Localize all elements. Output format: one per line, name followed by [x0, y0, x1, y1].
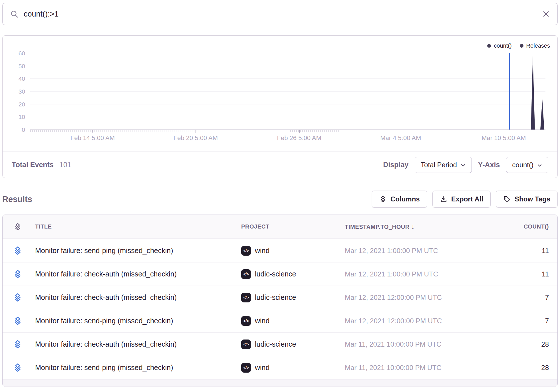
- y-axis-tick: 30: [10, 88, 25, 95]
- project-name: ludic-science: [255, 293, 296, 302]
- total-events-label: Total Events: [12, 161, 54, 169]
- row-project[interactable]: </>wind: [241, 246, 345, 256]
- row-count: 7: [485, 317, 557, 325]
- row-count: 28: [485, 340, 557, 348]
- sort-desc-icon: ↓: [411, 223, 415, 230]
- x-axis-minor-ticks: [30, 130, 545, 132]
- y-axis-tick: 60: [10, 50, 25, 57]
- legend-item-count[interactable]: count(): [487, 43, 511, 49]
- row-title[interactable]: Monitor failure: send-ping (missed_check…: [33, 246, 241, 255]
- project-name: ludic-science: [255, 270, 296, 278]
- y-axis-label: Y-Axis: [478, 161, 500, 169]
- table-row[interactable]: Monitor failure: check-auth (missed_chec…: [3, 332, 557, 356]
- stack-icon: [13, 340, 23, 349]
- search-icon: [10, 10, 19, 18]
- row-title[interactable]: Monitor failure: send-ping (missed_check…: [33, 317, 241, 325]
- y-axis-tick: 40: [10, 75, 25, 82]
- row-project[interactable]: </>ludic-science: [241, 340, 345, 349]
- show-tags-button-label: Show Tags: [515, 195, 550, 203]
- row-timestamp: Mar 11, 2021 10:00:00 PM UTC: [345, 340, 485, 348]
- y-axis-dropdown[interactable]: count(): [506, 157, 548, 173]
- show-tags-button[interactable]: Show Tags: [496, 191, 558, 208]
- display-label: Display: [383, 161, 408, 169]
- column-header-timestamp[interactable]: TIMESTAMP.TO_HOUR↓: [345, 223, 485, 231]
- row-title[interactable]: Monitor failure: send-ping (missed_check…: [33, 363, 241, 372]
- project-platform-icon: </>: [241, 340, 251, 349]
- legend-label-count: count(): [494, 43, 511, 49]
- columns-button-label: Columns: [390, 195, 420, 203]
- release-line: [509, 53, 510, 130]
- y-axis-tick: 10: [10, 114, 25, 120]
- project-platform-icon: </>: [241, 363, 251, 373]
- row-timestamp: Mar 12, 2021 12:00:00 PM UTC: [345, 294, 485, 302]
- results-bar: Results Columns Export All Show Tags: [2, 190, 558, 208]
- x-axis-major-tick: [92, 130, 93, 133]
- chevron-down-icon: [537, 163, 542, 168]
- stack-icon: [13, 223, 22, 231]
- results-table: TITLE PROJECT TIMESTAMP.TO_HOUR↓ COUNT()…: [2, 215, 558, 387]
- x-axis-tick: Mar 4 5:00 AM: [380, 134, 421, 142]
- legend-dot-count-icon: [487, 44, 491, 48]
- y-axis-dropdown-value: count(): [512, 161, 533, 169]
- y-axis-tick: 50: [10, 63, 25, 70]
- results-title: Results: [2, 195, 32, 204]
- x-axis-tick: Feb 26 5:00 AM: [277, 134, 321, 142]
- project-platform-icon: </>: [241, 316, 251, 326]
- legend-dot-releases-icon: [520, 44, 523, 48]
- export-all-button-label: Export All: [451, 195, 483, 203]
- chevron-down-icon: [460, 163, 466, 168]
- stack-icon: [13, 363, 23, 373]
- row-timestamp: Mar 12, 2021 1:00:00 PM UTC: [345, 270, 485, 278]
- project-name: wind: [255, 246, 269, 255]
- legend-label-releases: Releases: [526, 43, 550, 49]
- project-name: ludic-science: [255, 340, 296, 348]
- table-row[interactable]: Monitor failure: check-auth (missed_chec…: [3, 262, 557, 286]
- project-platform-icon: </>: [241, 246, 251, 256]
- column-header-project[interactable]: PROJECT: [241, 223, 345, 230]
- project-platform-icon: </>: [241, 293, 251, 302]
- table-row[interactable]: Monitor failure: send-ping (missed_check…: [3, 309, 557, 332]
- table-row[interactable]: Monitor failure: send-ping (missed_check…: [3, 356, 557, 379]
- table-row[interactable]: Monitor failure: check-auth (missed_chec…: [3, 286, 557, 309]
- display-dropdown[interactable]: Total Period: [415, 157, 472, 173]
- stack-icon: [13, 269, 23, 279]
- row-project[interactable]: </>wind: [241, 316, 345, 326]
- row-project[interactable]: </>ludic-science: [241, 293, 345, 302]
- x-axis-tick: Feb 14 5:00 AM: [70, 134, 115, 142]
- row-count: 7: [485, 294, 557, 302]
- row-timestamp: Mar 11, 2021 10:00:00 PM UTC: [345, 364, 485, 372]
- legend-item-releases[interactable]: Releases: [520, 43, 550, 49]
- x-axis-major-tick: [196, 130, 196, 133]
- stack-icon: [13, 316, 23, 326]
- column-header-count[interactable]: COUNT(): [485, 223, 557, 230]
- row-title[interactable]: Monitor failure: check-auth (missed_chec…: [33, 270, 241, 278]
- project-name: wind: [255, 363, 269, 372]
- total-events-value: 101: [59, 161, 71, 169]
- search-input[interactable]: [24, 10, 537, 19]
- row-title[interactable]: Monitor failure: check-auth (missed_chec…: [33, 340, 241, 348]
- y-axis-tick: 20: [10, 101, 25, 108]
- row-project[interactable]: </>wind: [241, 363, 345, 373]
- chart-panel: count() Releases 0 10 20 30 40 50 60: [2, 35, 558, 178]
- row-timestamp: Mar 12, 2021 1:00:00 PM UTC: [345, 247, 485, 255]
- row-title[interactable]: Monitor failure: check-auth (missed_chec…: [33, 293, 241, 302]
- row-project[interactable]: </>ludic-science: [241, 269, 345, 279]
- x-axis-major-tick: [401, 130, 401, 133]
- search-bar: [2, 3, 558, 25]
- tag-icon: [503, 195, 511, 203]
- columns-button[interactable]: Columns: [372, 191, 427, 208]
- row-count: 11: [485, 247, 557, 255]
- table-header-row: TITLE PROJECT TIMESTAMP.TO_HOUR↓ COUNT(): [3, 215, 557, 239]
- table-row[interactable]: Monitor failure: send-ping (missed_check…: [3, 239, 557, 262]
- chart-plot-area[interactable]: 0 10 20 30 40 50 60 Feb 14 5:00 AM Feb 2…: [30, 53, 545, 130]
- row-count: 28: [485, 364, 557, 372]
- x-axis-major-tick: [504, 130, 504, 133]
- layers-icon: [379, 195, 387, 203]
- count-series-area: [30, 53, 545, 130]
- export-all-button[interactable]: Export All: [432, 191, 491, 208]
- chart-legend: count() Releases: [487, 43, 550, 49]
- project-platform-icon: </>: [241, 269, 251, 279]
- clear-search-icon[interactable]: [542, 10, 550, 18]
- column-header-title[interactable]: TITLE: [33, 223, 241, 230]
- column-header-timestamp-label: TIMESTAMP.TO_HOUR: [345, 224, 410, 230]
